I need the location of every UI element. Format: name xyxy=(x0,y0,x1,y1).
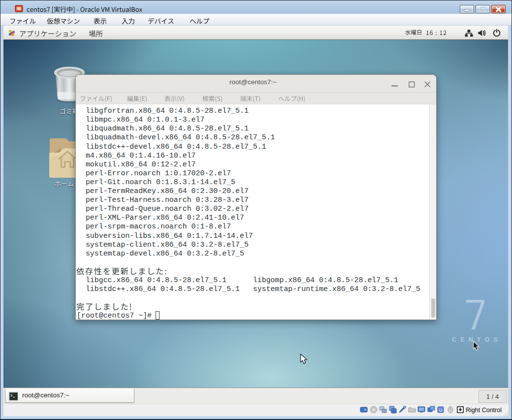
svg-text:U: U xyxy=(439,408,443,413)
